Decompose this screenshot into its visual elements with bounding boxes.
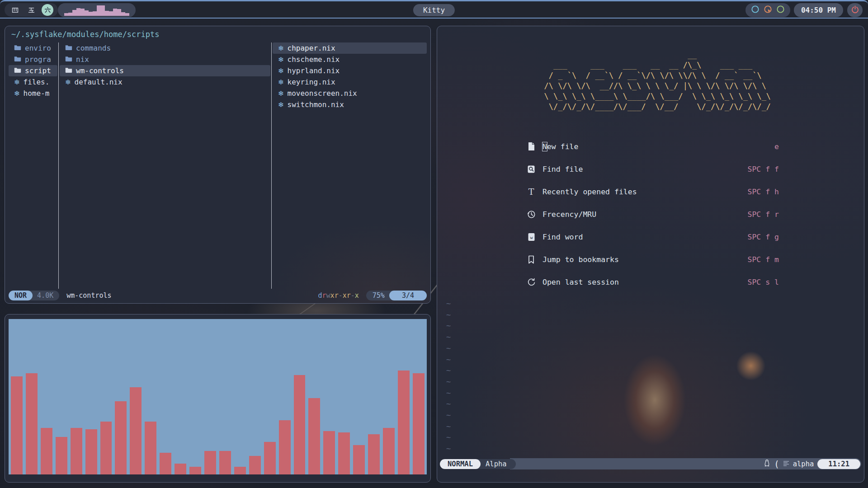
viz-bar bbox=[68, 13, 72, 16]
audio-bar bbox=[160, 453, 171, 474]
file-entry-hyprland.nix[interactable]: ❄hyprland.nix bbox=[273, 65, 427, 76]
viz-bar bbox=[121, 12, 125, 16]
entry-name: enviro bbox=[25, 44, 51, 52]
viz-bar bbox=[109, 11, 113, 16]
menu-item-frecency-mru[interactable]: Frecency/MRUSPC f r bbox=[526, 203, 779, 225]
editor-statusline: NORMAL Alpha ( alpha 11:21 bbox=[440, 458, 861, 469]
block-cursor: N bbox=[542, 142, 547, 151]
current-path: ~/.sysflake/modules/home/scripts bbox=[11, 30, 160, 39]
nix-snowflake-icon: ❄ bbox=[278, 78, 284, 86]
tilde-line: ~ bbox=[446, 298, 451, 310]
selected-file-name: wm-controls bbox=[66, 291, 111, 300]
frecency-icon bbox=[526, 210, 537, 219]
folder-icon bbox=[14, 66, 21, 75]
column-separator bbox=[58, 42, 59, 289]
entry-name: default.nix bbox=[75, 78, 123, 86]
audio-bar bbox=[249, 456, 261, 474]
audio-bar bbox=[175, 464, 186, 474]
nix-snowflake-icon: ❄ bbox=[14, 78, 20, 86]
menu-item-new-file[interactable]: New filee bbox=[526, 135, 779, 158]
entry-name: chscheme.nix bbox=[288, 55, 340, 64]
folder-icon bbox=[65, 44, 72, 52]
entry-name: chpaper.nix bbox=[288, 44, 335, 52]
linux-tux-icon bbox=[764, 459, 770, 469]
nix-snowflake-icon: ❄ bbox=[278, 78, 284, 86]
file-entry-moveonscreen.nix[interactable]: ❄moveonscreen.nix bbox=[273, 88, 427, 99]
mode-badge: NOR bbox=[9, 291, 33, 300]
green-circle-icon[interactable] bbox=[776, 5, 785, 15]
nix-snowflake-icon: ❄ bbox=[278, 67, 284, 75]
permissions: drwxr-xr-x bbox=[318, 291, 359, 300]
menu-item-label: New file bbox=[542, 142, 578, 151]
cyan-circle-icon[interactable] bbox=[751, 5, 760, 15]
workspace-1[interactable] bbox=[9, 4, 21, 16]
file-entry-keyring.nix[interactable]: ❄keyring.nix bbox=[273, 76, 427, 88]
nix-snowflake-icon: ❄ bbox=[65, 78, 71, 86]
audio-visualizer-widget bbox=[58, 3, 136, 17]
audio-bar bbox=[71, 428, 82, 474]
list-icon bbox=[783, 460, 789, 468]
menu-item-jump-to-bookmarks[interactable]: Jump to bookmarksSPC f m bbox=[526, 248, 779, 271]
workspace-switcher bbox=[5, 3, 58, 17]
dir-entry-wm-controls[interactable]: wm-controls bbox=[60, 65, 270, 76]
workspace-2[interactable] bbox=[25, 4, 37, 16]
dir-entry-nix[interactable]: nix bbox=[60, 54, 270, 65]
menu-item-label: Open last session bbox=[542, 278, 619, 286]
top-bar: Kitty 04:50 PM bbox=[0, 0, 868, 19]
audio-bar bbox=[294, 375, 306, 474]
menu-item-open-last-session[interactable]: Open last sessionSPC s l bbox=[526, 271, 779, 293]
menu-item-find-word[interactable]: wFind wordSPC f g bbox=[526, 225, 779, 248]
entry-name: keyring.nix bbox=[288, 78, 335, 86]
file-manager-window: ~/.sysflake/modules/home/scripts envirop… bbox=[5, 26, 431, 304]
viz-bar bbox=[105, 11, 109, 16]
entry-name: script bbox=[25, 66, 51, 75]
file-entry-chscheme.nix[interactable]: ❄chscheme.nix bbox=[273, 54, 427, 65]
nix-snowflake-icon: ❄ bbox=[278, 55, 284, 64]
nix-snowflake-icon: ❄ bbox=[14, 89, 20, 98]
entry-name: wm-controls bbox=[76, 66, 124, 75]
power-button[interactable] bbox=[847, 3, 863, 17]
dir-entry-progra[interactable]: progra bbox=[9, 54, 57, 65]
viz-bar bbox=[64, 13, 68, 16]
workspace-3-active[interactable] bbox=[42, 4, 53, 16]
viz-bar bbox=[93, 11, 97, 16]
audio-bar bbox=[279, 420, 291, 474]
statusline-separator: ( bbox=[774, 459, 779, 469]
folder-icon bbox=[65, 66, 72, 75]
menu-item-shortcut: SPC f r bbox=[747, 210, 779, 219]
tilde-line: ~ bbox=[446, 343, 451, 354]
menu-item-recently-opened-files[interactable]: TRecently opened filesSPC f h bbox=[526, 180, 779, 203]
entry-name: hyprland.nix bbox=[288, 66, 340, 75]
menu-item-label: Frecency/MRU bbox=[542, 210, 596, 219]
audio-bar bbox=[398, 371, 410, 474]
file-entry-home-m[interactable]: ❄home-m bbox=[9, 88, 57, 99]
nix-snowflake-icon: ❄ bbox=[278, 66, 284, 75]
audio-bar bbox=[308, 398, 320, 474]
folder-icon bbox=[14, 55, 21, 64]
file-entry-chpaper.nix[interactable]: ❄chpaper.nix bbox=[273, 42, 427, 54]
entry-name: home-m bbox=[24, 89, 50, 98]
status-indicators bbox=[745, 3, 790, 17]
statusline-clock: 11:21 bbox=[817, 459, 860, 469]
viz-bar bbox=[72, 10, 76, 16]
folder-icon bbox=[65, 55, 72, 64]
menu-item-label: Find word bbox=[542, 233, 583, 241]
tilde-line: ~ bbox=[446, 376, 451, 388]
find-word-icon: w bbox=[526, 233, 537, 241]
dir-entry-commands[interactable]: commands bbox=[60, 42, 270, 54]
audio-bar bbox=[219, 451, 231, 474]
statusline-bar: ( alpha 11:21 bbox=[510, 458, 861, 469]
file-column-1: enviroprograscript❄files.❄home-m bbox=[9, 42, 57, 289]
editor-window: __ ___ ___ ___ __ __ /\_\ ___ ___ / _ `\… bbox=[437, 26, 864, 483]
nix-snowflake-icon: ❄ bbox=[278, 56, 284, 64]
tilde-line: ~ bbox=[446, 399, 451, 410]
dir-entry-script[interactable]: script bbox=[9, 65, 57, 76]
file-entry-switchmon.nix[interactable]: ❄switchmon.nix bbox=[273, 99, 427, 110]
power-icon bbox=[851, 5, 859, 15]
orange-wedge-circle-icon[interactable] bbox=[764, 5, 772, 15]
file-entry-files.[interactable]: ❄files. bbox=[9, 76, 57, 88]
menu-item-find-file[interactable]: Find fileSPC f f bbox=[526, 158, 779, 180]
file-entry-default.nix[interactable]: ❄default.nix bbox=[60, 76, 270, 88]
audio-bar bbox=[204, 451, 216, 474]
dir-entry-enviro[interactable]: enviro bbox=[9, 42, 57, 54]
